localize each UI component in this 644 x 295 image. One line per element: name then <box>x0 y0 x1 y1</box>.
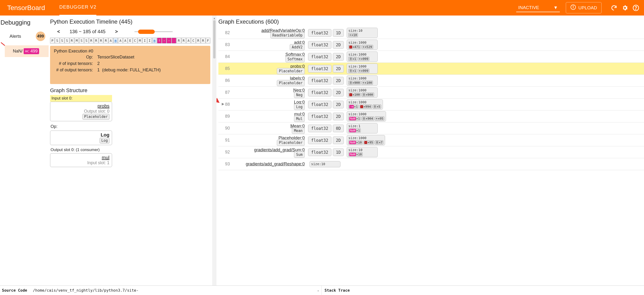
ge-dim-chip: 2D <box>333 77 344 85</box>
ge-row[interactable]: 83add:0AddV2float322Dsize:1000-×471+×529 <box>218 39 644 51</box>
gear-icon[interactable] <box>622 5 628 11</box>
timeline-cell[interactable]: A <box>186 38 191 44</box>
timeline-cell[interactable]: S <box>55 38 59 44</box>
sidebar-title: Debugging <box>0 19 50 31</box>
ge-row[interactable]: 93gradients/add_grad/Reshape:0size:10 <box>218 158 644 170</box>
timeline-next-button[interactable]: > <box>115 29 118 34</box>
timeline-cell[interactable]: A <box>118 38 122 44</box>
svg-point-4 <box>636 9 636 9</box>
timeline-cell[interactable]: C <box>133 38 137 44</box>
output-slot-label: Output slot 0: (1 consumer) <box>50 147 210 153</box>
timeline-cell[interactable]: R <box>94 38 98 44</box>
timeline-slider[interactable] <box>127 32 203 32</box>
op-node[interactable]: Log Log <box>50 131 112 145</box>
timeline-cell[interactable]: I <box>147 38 152 44</box>
ge-dim-chip: 2D <box>333 101 344 108</box>
timeline-cell[interactable]: R <box>89 38 94 44</box>
timeline-cell[interactable]: S <box>60 38 64 44</box>
input-node-sub: Output slot: 0 <box>53 109 110 114</box>
ge-row[interactable]: 87Neg:0Negfloat322Dsize:1000-×1000×900 <box>218 87 644 99</box>
output-node[interactable]: mul Input slot: 1 <box>50 153 112 167</box>
ge-row[interactable]: 90Mean:0Meanfloat320Dsize:1NaN×1 <box>218 122 644 134</box>
output-node-name: mul <box>53 155 110 160</box>
ge-tensor-link[interactable]: Log:0 <box>233 100 305 105</box>
timeline-cell[interactable]: m <box>113 38 118 44</box>
ge-dtype-chip: float32 <box>308 137 332 144</box>
ge-row[interactable]: 84Softmax:0Softmaxfloat322Dsize:10000×1+… <box>218 51 644 63</box>
timeline-cell[interactable]: - <box>162 38 166 44</box>
ge-row[interactable]: 92gradients/add_grad/Sum:0Sumfloat321Dsi… <box>218 146 644 158</box>
timeline-cell[interactable]: E <box>128 38 132 44</box>
ge-row[interactable]: 82add/ReadVariableOp:0ReadVariableOpfloa… <box>218 27 644 39</box>
timeline-cell[interactable]: R <box>99 38 103 44</box>
timeline-cell[interactable]: A <box>108 38 113 44</box>
ge-index: 93 <box>218 162 233 167</box>
input-slot-label: Input slot 0: <box>50 95 112 102</box>
ge-tensor-link[interactable]: Neg:0 <box>233 88 305 93</box>
timeline-prev-button[interactable]: < <box>57 29 60 34</box>
ge-row[interactable]: 89mul:0Mulfloat322Dsize:1000NaN×10×904+×… <box>218 111 644 122</box>
ge-dtype-chip: float32 <box>308 89 332 96</box>
stack-trace-panel-header[interactable]: Stack Trace <box>322 286 644 295</box>
timeline-cell[interactable]: m <box>152 38 157 44</box>
timeline-cell[interactable]: S <box>84 38 89 44</box>
ge-name-cell: Neg:0Neg <box>233 88 306 97</box>
op-label: Op: <box>50 123 210 131</box>
timeline-cell[interactable]: I <box>142 38 147 44</box>
ge-tensor-link[interactable]: gradients/add_grad/Reshape:0 <box>233 162 305 167</box>
mode-dropdown[interactable]: INACTIVE ▼ <box>516 4 560 12</box>
timeline-cell[interactable]: R <box>201 38 205 44</box>
upload-button[interactable]: UPLOAD <box>566 2 602 13</box>
ge-row[interactable]: 91Placeholder:0Placeholderfloat322Dsize:… <box>218 134 644 146</box>
center-scrollbar[interactable] <box>212 16 216 285</box>
input-node[interactable]: probs Output slot: 0 Placeholder <box>50 102 112 121</box>
input-node-op: Placeholder <box>82 114 110 120</box>
ge-op-chip: Log <box>294 104 305 110</box>
timeline-cell[interactable]: R <box>70 38 74 44</box>
ge-row[interactable]: 86labels:0Placeholderfloat322Dsize:10000… <box>218 75 644 87</box>
timeline-cell[interactable]: R <box>176 38 181 44</box>
alert-item-nan[interactable]: NaN/ ∞: 499 <box>5 45 49 57</box>
footer: Source Code /home/cais/venv_tf_nightly/l… <box>0 285 644 295</box>
timeline-cell[interactable]: ! <box>157 38 162 44</box>
timeline-cell[interactable]: F <box>206 38 210 44</box>
ge-dim-chip: 1D <box>333 29 344 37</box>
exec-out: 1 <box>97 68 100 72</box>
timeline-cell[interactable]: M <box>74 38 79 44</box>
info-icon <box>570 4 576 11</box>
exec-out-label: # of output tensors: <box>54 67 95 73</box>
ge-row[interactable]: ▶88Log:0Logfloat322Dsize:1000-∞×1-×9940×… <box>218 99 644 111</box>
triangle-right-icon: ▶ <box>222 102 224 106</box>
refresh-icon[interactable] <box>610 5 617 11</box>
ge-name-cell: add/ReadVariableOp:0ReadVariableOp <box>233 28 306 38</box>
timeline-cell[interactable]: S <box>79 38 84 44</box>
ge-name-cell: Placeholder:0Placeholder <box>233 136 306 145</box>
ge-row[interactable]: 85probs:0Placeholderfloat322Dsize:10000×… <box>218 63 644 75</box>
timeline-cell[interactable]: - <box>167 38 171 44</box>
ge-tensor-link[interactable]: gradients/add_grad/Sum:0 <box>233 148 305 153</box>
timeline-cell[interactable]: A <box>123 38 128 44</box>
graph-executions-panel: Graph Executions (600) 82add/ReadVariabl… <box>216 16 644 285</box>
ge-name-cell: Mean:0Mean <box>233 124 306 133</box>
timeline-cell[interactable]: R <box>104 38 108 44</box>
ge-tensor-link[interactable]: mul:0 <box>233 112 305 117</box>
ge-dim-chip: 2D <box>333 41 344 49</box>
ge-size-card: size:10NaN×10 <box>347 147 378 157</box>
ge-size-card: size:1000NaN×10-×950×7 <box>347 135 385 145</box>
op-node-name: Log <box>53 132 110 138</box>
upload-label: UPLOAD <box>578 5 597 11</box>
timeline-cell[interactable]: M <box>138 38 142 44</box>
timeline-cell[interactable]: C <box>191 38 196 44</box>
timeline-cell[interactable]: P <box>50 38 54 44</box>
ge-name-cell: labels:0Placeholder <box>233 76 306 85</box>
ge-name-cell: add:0AddV2 <box>233 40 306 49</box>
tab-debugger[interactable]: DEBUGGER V2 <box>59 0 96 16</box>
source-code-panel-header[interactable]: Source Code /home/cais/venv_tf_nightly/l… <box>0 286 322 295</box>
help-icon[interactable] <box>632 5 639 11</box>
ge-size-card: size:10000×1+×999 <box>347 64 378 74</box>
timeline-cell[interactable] <box>172 38 176 44</box>
timeline-cell[interactable]: S <box>64 38 69 44</box>
timeline-cell[interactable]: R <box>196 38 200 44</box>
ge-dtype-chip: float32 <box>308 125 332 132</box>
timeline-cell[interactable]: R <box>182 38 186 44</box>
